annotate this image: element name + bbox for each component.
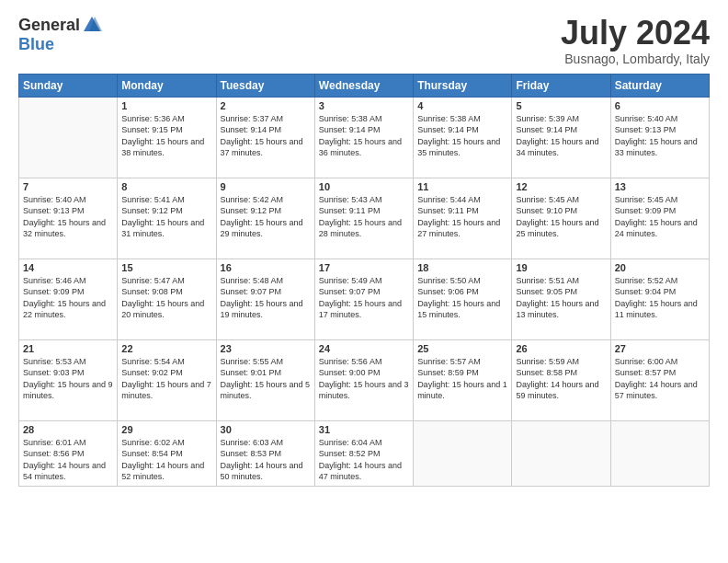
calendar-day-cell: [414, 420, 512, 486]
calendar-day-cell: 22Sunrise: 5:54 AMSunset: 9:02 PMDayligh…: [118, 339, 216, 420]
day-number: 8: [121, 181, 211, 192]
calendar-day-cell: 13Sunrise: 5:45 AMSunset: 9:09 PMDayligh…: [610, 178, 709, 259]
day-number: 25: [417, 343, 507, 354]
calendar-day-cell: 8Sunrise: 5:41 AMSunset: 9:12 PMDaylight…: [118, 178, 216, 259]
day-info: Sunrise: 5:40 AMSunset: 9:13 PMDaylight:…: [615, 113, 705, 159]
day-info: Sunrise: 5:46 AMSunset: 9:09 PMDaylight:…: [23, 275, 113, 321]
day-info: Sunrise: 6:03 AMSunset: 8:53 PMDaylight:…: [221, 437, 311, 483]
day-number: 2: [221, 100, 311, 111]
calendar-week-row: 21Sunrise: 5:53 AMSunset: 9:03 PMDayligh…: [19, 339, 710, 420]
day-number: 22: [121, 343, 211, 354]
calendar-day-cell: [610, 420, 709, 486]
day-number: 4: [417, 100, 507, 111]
day-number: 19: [516, 262, 606, 273]
logo-icon: [82, 15, 102, 35]
calendar-day-cell: [19, 97, 118, 178]
day-info: Sunrise: 5:56 AMSunset: 9:00 PMDaylight:…: [319, 356, 409, 402]
day-info: Sunrise: 5:43 AMSunset: 9:11 PMDaylight:…: [319, 194, 409, 240]
calendar-week-row: 28Sunrise: 6:01 AMSunset: 8:56 PMDayligh…: [19, 420, 710, 486]
day-info: Sunrise: 6:04 AMSunset: 8:52 PMDaylight:…: [319, 437, 409, 483]
day-info: Sunrise: 5:54 AMSunset: 9:02 PMDaylight:…: [121, 356, 211, 402]
day-number: 30: [221, 424, 311, 435]
day-info: Sunrise: 6:01 AMSunset: 8:56 PMDaylight:…: [23, 437, 113, 483]
day-info: Sunrise: 5:44 AMSunset: 9:11 PMDaylight:…: [417, 194, 507, 240]
day-info: Sunrise: 5:39 AMSunset: 9:14 PMDaylight:…: [516, 113, 606, 159]
calendar-week-row: 7Sunrise: 5:40 AMSunset: 9:13 PMDaylight…: [19, 178, 710, 259]
day-number: 3: [319, 100, 409, 111]
calendar-day-cell: [512, 420, 610, 486]
day-info: Sunrise: 5:45 AMSunset: 9:10 PMDaylight:…: [516, 194, 606, 240]
day-number: 18: [417, 262, 507, 273]
day-number: 15: [121, 262, 211, 273]
calendar-day-cell: 7Sunrise: 5:40 AMSunset: 9:13 PMDaylight…: [19, 178, 118, 259]
calendar-day-cell: 29Sunrise: 6:02 AMSunset: 8:54 PMDayligh…: [118, 420, 216, 486]
header: General Blue July 2024 Busnago, Lombardy…: [18, 15, 710, 66]
page: General Blue July 2024 Busnago, Lombardy…: [0, 0, 728, 563]
day-number: 11: [417, 181, 507, 192]
day-info: Sunrise: 5:41 AMSunset: 9:12 PMDaylight:…: [121, 194, 211, 240]
day-number: 28: [23, 424, 113, 435]
day-info: Sunrise: 5:53 AMSunset: 9:03 PMDaylight:…: [23, 356, 113, 402]
calendar-day-cell: 30Sunrise: 6:03 AMSunset: 8:53 PMDayligh…: [216, 420, 314, 486]
calendar-day-cell: 19Sunrise: 5:51 AMSunset: 9:05 PMDayligh…: [512, 259, 610, 339]
header-friday: Friday: [512, 74, 610, 97]
calendar-day-cell: 14Sunrise: 5:46 AMSunset: 9:09 PMDayligh…: [19, 259, 118, 339]
day-number: 17: [319, 262, 409, 273]
calendar-day-cell: 23Sunrise: 5:55 AMSunset: 9:01 PMDayligh…: [216, 339, 314, 420]
day-number: 24: [319, 343, 409, 354]
day-number: 23: [221, 343, 311, 354]
day-info: Sunrise: 5:55 AMSunset: 9:01 PMDaylight:…: [221, 356, 311, 402]
day-number: 6: [615, 100, 705, 111]
day-number: 12: [516, 181, 606, 192]
calendar-day-cell: 16Sunrise: 5:48 AMSunset: 9:07 PMDayligh…: [216, 259, 314, 339]
calendar-day-cell: 9Sunrise: 5:42 AMSunset: 9:12 PMDaylight…: [216, 178, 314, 259]
calendar-day-cell: 5Sunrise: 5:39 AMSunset: 9:14 PMDaylight…: [512, 97, 610, 178]
calendar-day-cell: 10Sunrise: 5:43 AMSunset: 9:11 PMDayligh…: [314, 178, 413, 259]
calendar-day-cell: 20Sunrise: 5:52 AMSunset: 9:04 PMDayligh…: [610, 259, 709, 339]
day-number: 13: [615, 181, 705, 192]
day-info: Sunrise: 5:38 AMSunset: 9:14 PMDaylight:…: [319, 113, 409, 159]
day-number: 1: [121, 100, 211, 111]
day-info: Sunrise: 5:49 AMSunset: 9:07 PMDaylight:…: [319, 275, 409, 321]
day-info: Sunrise: 5:40 AMSunset: 9:13 PMDaylight:…: [23, 194, 113, 240]
day-number: 9: [221, 181, 311, 192]
calendar-day-cell: 21Sunrise: 5:53 AMSunset: 9:03 PMDayligh…: [19, 339, 118, 420]
calendar-day-cell: 17Sunrise: 5:49 AMSunset: 9:07 PMDayligh…: [314, 259, 413, 339]
day-number: 21: [23, 343, 113, 354]
day-number: 29: [121, 424, 211, 435]
header-sunday: Sunday: [19, 74, 118, 97]
day-info: Sunrise: 6:00 AMSunset: 8:57 PMDaylight:…: [615, 356, 705, 402]
calendar-day-cell: 1Sunrise: 5:36 AMSunset: 9:15 PMDaylight…: [118, 97, 216, 178]
day-number: 16: [221, 262, 311, 273]
location-subtitle: Busnago, Lombardy, Italy: [561, 52, 710, 66]
calendar-week-row: 1Sunrise: 5:36 AMSunset: 9:15 PMDaylight…: [19, 97, 710, 178]
day-info: Sunrise: 5:51 AMSunset: 9:05 PMDaylight:…: [516, 275, 606, 321]
calendar-day-cell: 26Sunrise: 5:59 AMSunset: 8:58 PMDayligh…: [512, 339, 610, 420]
calendar-day-cell: 18Sunrise: 5:50 AMSunset: 9:06 PMDayligh…: [414, 259, 512, 339]
day-number: 26: [516, 343, 606, 354]
day-info: Sunrise: 5:36 AMSunset: 9:15 PMDaylight:…: [121, 113, 211, 159]
day-number: 5: [516, 100, 606, 111]
day-info: Sunrise: 5:38 AMSunset: 9:14 PMDaylight:…: [417, 113, 507, 159]
day-number: 31: [319, 424, 409, 435]
day-number: 7: [23, 181, 113, 192]
day-info: Sunrise: 5:50 AMSunset: 9:06 PMDaylight:…: [417, 275, 507, 321]
day-info: Sunrise: 5:37 AMSunset: 9:14 PMDaylight:…: [221, 113, 311, 159]
weekday-header-row: Sunday Monday Tuesday Wednesday Thursday…: [19, 74, 710, 97]
calendar-day-cell: 4Sunrise: 5:38 AMSunset: 9:14 PMDaylight…: [414, 97, 512, 178]
day-number: 14: [23, 262, 113, 273]
calendar-day-cell: 6Sunrise: 5:40 AMSunset: 9:13 PMDaylight…: [610, 97, 709, 178]
title-block: July 2024 Busnago, Lombardy, Italy: [561, 15, 710, 66]
calendar-day-cell: 28Sunrise: 6:01 AMSunset: 8:56 PMDayligh…: [19, 420, 118, 486]
logo: General Blue: [18, 15, 102, 54]
calendar-day-cell: 25Sunrise: 5:57 AMSunset: 8:59 PMDayligh…: [414, 339, 512, 420]
header-monday: Monday: [118, 74, 216, 97]
day-info: Sunrise: 6:02 AMSunset: 8:54 PMDaylight:…: [121, 437, 211, 483]
day-info: Sunrise: 5:48 AMSunset: 9:07 PMDaylight:…: [221, 275, 311, 321]
day-number: 20: [615, 262, 705, 273]
calendar-day-cell: 15Sunrise: 5:47 AMSunset: 9:08 PMDayligh…: [118, 259, 216, 339]
header-wednesday: Wednesday: [314, 74, 413, 97]
calendar-day-cell: 12Sunrise: 5:45 AMSunset: 9:10 PMDayligh…: [512, 178, 610, 259]
calendar-table: Sunday Monday Tuesday Wednesday Thursday…: [18, 74, 710, 487]
calendar-day-cell: 2Sunrise: 5:37 AMSunset: 9:14 PMDaylight…: [216, 97, 314, 178]
